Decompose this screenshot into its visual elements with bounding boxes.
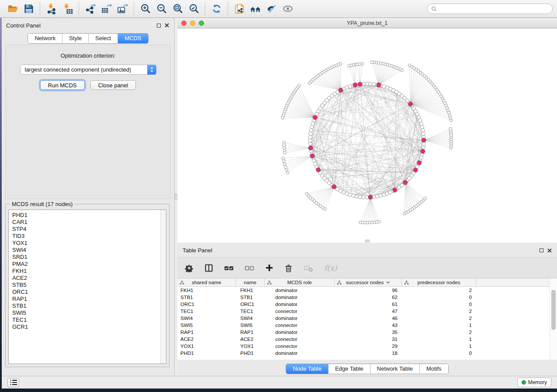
table-cell[interactable]: dominator — [265, 295, 335, 300]
zoom-out-icon[interactable] — [153, 1, 170, 16]
network-node[interactable] — [309, 132, 312, 135]
tab-mcds[interactable]: MCDS — [118, 34, 148, 43]
mcds-result-item[interactable]: TEC1 — [12, 316, 160, 323]
import-table-icon[interactable] — [59, 1, 76, 16]
import-network-icon[interactable] — [43, 1, 59, 16]
network-node[interactable] — [424, 197, 427, 200]
network-node[interactable] — [369, 82, 372, 86]
table-cell[interactable]: 47 — [335, 309, 402, 314]
mcds-hub-node[interactable] — [339, 88, 343, 93]
mcds-result-item[interactable]: PHD1 — [12, 212, 160, 219]
mcds-result-item[interactable]: TID3 — [12, 233, 160, 240]
deselect-all-rows-icon[interactable] — [245, 263, 254, 273]
mcds-result-item[interactable]: CAR1 — [12, 219, 160, 226]
network-node[interactable] — [419, 156, 423, 159]
table-row[interactable]: YOX1YOX1connector291 — [177, 343, 550, 350]
mcds-hub-node[interactable] — [422, 138, 426, 142]
first-neighbors-icon[interactable] — [247, 1, 263, 16]
network-node[interactable] — [283, 163, 286, 166]
column-header-predecessor-nodes[interactable]: predecessor nodes — [402, 279, 476, 286]
table-cell[interactable]: 18 — [335, 351, 402, 356]
table-row[interactable]: SWI4SWI4dominator462 — [177, 315, 550, 322]
table-cell[interactable]: 1 — [402, 323, 476, 328]
network-node[interactable] — [358, 63, 361, 66]
mcds-hub-node[interactable] — [353, 83, 357, 87]
table-cell[interactable]: 43 — [335, 323, 402, 328]
network-node[interactable] — [382, 85, 386, 88]
table-row[interactable]: RAP1RAP1dominator352 — [177, 329, 550, 336]
mcds-result-item[interactable]: FKH1 — [12, 268, 160, 275]
table-cell[interactable]: SWI4 — [177, 316, 236, 321]
table-cell[interactable]: dominator — [265, 351, 335, 356]
task-history-button[interactable] — [7, 378, 19, 387]
table-cell[interactable]: YOX1 — [236, 344, 265, 349]
mcds-hub-node[interactable] — [408, 102, 413, 106]
table-row[interactable]: ACE2ACE2connector311 — [177, 336, 550, 343]
network-node[interactable] — [375, 195, 379, 198]
mcds-result-item[interactable]: RAP1 — [12, 296, 160, 303]
mcds-hub-node[interactable] — [316, 168, 321, 172]
new-network-from-selection-icon[interactable] — [231, 1, 247, 16]
table-cell[interactable]: SWI5 — [236, 323, 265, 328]
network-node[interactable] — [348, 65, 351, 68]
mcds-hub-node[interactable] — [413, 168, 418, 172]
table-cell[interactable]: 2 — [402, 309, 476, 314]
network-node[interactable] — [310, 125, 314, 129]
select-all-rows-icon[interactable] — [224, 263, 234, 273]
network-node[interactable] — [449, 127, 452, 131]
mcds-result-item[interactable]: GCR1 — [12, 323, 160, 330]
delete-column-icon[interactable] — [284, 263, 293, 273]
tab-edge-table[interactable]: Edge Table — [328, 364, 370, 374]
mcds-result-item[interactable]: STB5 — [12, 282, 160, 289]
table-cell[interactable]: SWI5 — [177, 323, 236, 328]
export-table-icon[interactable] — [98, 1, 114, 16]
table-settings-gear-icon[interactable] — [185, 263, 194, 273]
network-node[interactable] — [356, 63, 359, 66]
table-cell[interactable]: YOX1 — [177, 344, 236, 349]
mcds-result-item[interactable]: SWI4 — [12, 247, 160, 254]
tab-network[interactable]: Network — [28, 34, 62, 43]
mcds-hub-node[interactable] — [313, 115, 317, 120]
table-cell[interactable]: SWI4 — [236, 316, 265, 321]
zoom-selected-icon[interactable] — [186, 1, 202, 16]
network-node[interactable] — [286, 171, 289, 174]
table-cell[interactable]: dominator — [265, 288, 335, 293]
table-row[interactable]: SWI5SWI5connector431 — [177, 322, 550, 329]
search-field[interactable] — [427, 3, 553, 14]
table-cell[interactable]: STB1 — [177, 295, 236, 300]
table-row[interactable]: FKH1FKH1dominator962 — [177, 287, 550, 294]
table-cell[interactable]: PHD1 — [236, 351, 265, 356]
mcds-result-item[interactable]: STP4 — [12, 226, 160, 233]
tab-network-table[interactable]: Network Table — [370, 364, 419, 374]
column-header-MCDS-role[interactable]: MCDS role — [265, 279, 335, 286]
tab-motifs[interactable]: Motifs — [419, 364, 448, 374]
network-node[interactable] — [284, 151, 287, 155]
run-mcds-button[interactable]: Run MCDS — [40, 80, 85, 90]
horizontal-splitter-grip[interactable] — [365, 240, 370, 242]
network-node[interactable] — [378, 220, 381, 224]
zoom-in-icon[interactable] — [137, 1, 153, 16]
network-node[interactable] — [311, 122, 315, 125]
table-cell[interactable]: 2 — [402, 288, 476, 293]
mcds-hub-node[interactable] — [417, 161, 422, 165]
network-graph[interactable] — [177, 28, 557, 243]
network-node[interactable] — [422, 132, 425, 135]
table-cell[interactable]: ORC1 — [236, 302, 265, 307]
mcds-hub-node[interactable] — [332, 185, 336, 189]
save-session-icon[interactable] — [21, 1, 37, 16]
column-header-shared-name[interactable]: shared name — [177, 279, 236, 286]
zoom-fit-icon[interactable] — [170, 1, 186, 16]
mcds-hub-node[interactable] — [308, 146, 313, 150]
mcds-result-item[interactable]: YOX1 — [12, 240, 160, 247]
table-cell[interactable]: ORC1 — [177, 302, 236, 307]
network-node[interactable] — [285, 168, 288, 172]
mcds-result-item[interactable]: ORC1 — [12, 289, 160, 296]
table-cell[interactable]: ACE2 — [236, 337, 265, 342]
table-cell[interactable]: STB1 — [236, 295, 265, 300]
close-table-panel-icon[interactable] — [547, 248, 552, 253]
network-node[interactable] — [348, 193, 352, 196]
network-node[interactable] — [308, 82, 311, 85]
criterion-dropdown[interactable]: largest connected component (undirected) — [20, 65, 156, 75]
mcds-result-item[interactable]: SRD1 — [12, 254, 160, 261]
table-cell[interactable]: connector — [265, 323, 335, 328]
